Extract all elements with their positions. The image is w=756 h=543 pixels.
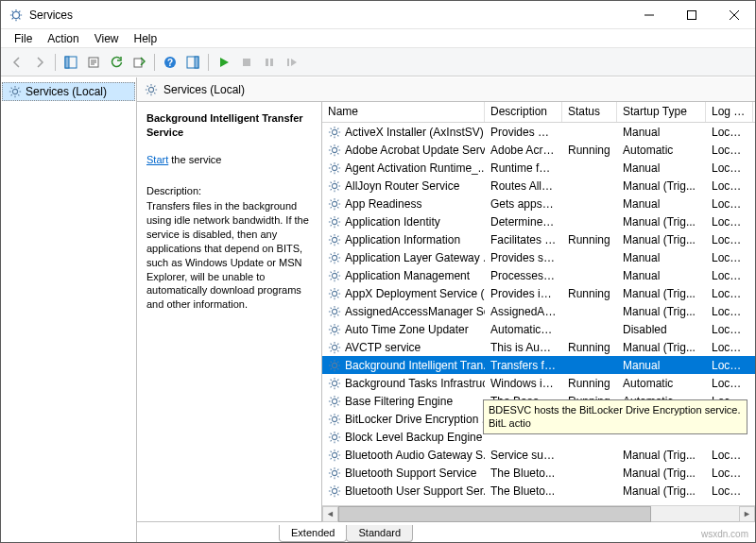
table-row[interactable]: AllJoyn Router ServiceRoutes AllJo...Man…	[322, 177, 755, 195]
gear-icon	[328, 233, 341, 246]
service-status: Running	[562, 376, 617, 391]
titlebar: Services	[1, 1, 755, 29]
svg-point-16	[332, 129, 336, 134]
menu-view[interactable]: View	[87, 30, 127, 47]
service-status	[562, 311, 617, 313]
show-hide-tree-button[interactable]	[60, 52, 81, 73]
col-start[interactable]: Startup Type	[617, 102, 706, 122]
scroll-thumb[interactable]	[338, 506, 651, 522]
gear-icon	[328, 305, 341, 318]
menu-help[interactable]: Help	[127, 30, 165, 47]
service-status	[562, 436, 617, 438]
stop-service-button[interactable]	[236, 52, 257, 73]
pane-header: Services (Local)	[137, 77, 755, 102]
service-startup: Automatic	[617, 376, 706, 391]
tab-extended[interactable]: Extended	[279, 525, 347, 542]
services-app-icon	[9, 8, 24, 23]
start-service-link[interactable]: Start	[146, 154, 168, 165]
col-logon[interactable]: Log On	[706, 102, 753, 122]
tree-node-label: Services (Local)	[26, 85, 107, 98]
pause-service-button[interactable]	[259, 52, 280, 73]
window-title: Services	[29, 8, 627, 22]
table-row[interactable]: Application ManagementProcesses in...Man…	[322, 266, 755, 284]
svg-rect-1	[687, 10, 696, 19]
gear-icon	[328, 197, 341, 211]
table-row[interactable]: Application InformationFacilitates t...R…	[322, 230, 755, 248]
gear-icon	[328, 449, 341, 462]
table-row[interactable]: AVCTP serviceThis is Audi...RunningManua…	[322, 338, 755, 356]
properties-button[interactable]	[83, 52, 104, 73]
col-name[interactable]: Name	[322, 102, 485, 122]
gear-icon	[328, 251, 341, 264]
service-startup: Manual (Trig...	[617, 304, 706, 319]
service-name: Bluetooth Audio Gateway S...	[345, 449, 485, 462]
svg-rect-11	[266, 59, 268, 66]
table-row[interactable]: Bluetooth User Support Ser...The Blueto.…	[322, 482, 755, 500]
col-desc[interactable]: Description	[485, 102, 562, 122]
service-logon: Local Se	[706, 178, 753, 194]
table-row[interactable]: Application IdentityDetermines ...Manual…	[322, 212, 755, 230]
service-list[interactable]: ActiveX Installer (AxInstSV)Provides Us.…	[322, 123, 755, 505]
scroll-left-icon[interactable]: ◄	[322, 506, 338, 522]
table-row[interactable]: Background Intelligent Tran...Transfers …	[322, 356, 755, 374]
table-row[interactable]: Agent Activation Runtime_...Runtime for.…	[322, 159, 755, 177]
table-row[interactable]: AppX Deployment Service (...Provides inf…	[322, 284, 755, 302]
service-startup: Manual	[617, 250, 706, 265]
service-name: Application Management	[345, 269, 470, 282]
service-logon: Local Se	[706, 322, 753, 337]
show-hide-action-pane-button[interactable]	[182, 52, 203, 73]
service-desc: Provides su...	[485, 250, 562, 265]
gear-icon	[328, 341, 341, 354]
gear-icon	[328, 484, 341, 498]
menu-file[interactable]: File	[7, 30, 40, 47]
table-row[interactable]: Bluetooth Audio Gateway S...Service sup.…	[322, 446, 755, 464]
minimize-button[interactable]	[627, 1, 670, 28]
service-desc: Facilitates t...	[485, 232, 562, 247]
export-button[interactable]	[129, 52, 149, 73]
tab-standard[interactable]: Standard	[346, 525, 413, 542]
restart-service-button[interactable]	[282, 52, 302, 73]
horizontal-scrollbar[interactable]: ◄ ►	[322, 505, 755, 521]
service-name: Application Identity	[345, 215, 440, 229]
service-status	[562, 203, 617, 205]
service-startup: Manual	[617, 268, 706, 283]
service-name: Background Tasks Infrastruc...	[345, 377, 485, 390]
table-row[interactable]: Background Tasks Infrastruc...Windows in…	[322, 374, 755, 392]
svg-rect-9	[195, 57, 198, 68]
table-row[interactable]: AssignedAccessManager Se...AssignedAc...…	[322, 302, 755, 320]
svg-point-15	[148, 87, 153, 92]
service-name: BitLocker Drive Encryption ...	[345, 413, 485, 426]
table-row[interactable]: App ReadinessGets apps re...ManualLocal …	[322, 195, 755, 212]
service-name: AllJoyn Router Service	[345, 179, 459, 193]
service-logon: Local Sy	[706, 268, 753, 283]
service-status	[562, 167, 617, 169]
scroll-right-icon[interactable]: ►	[739, 506, 755, 522]
menu-action[interactable]: Action	[40, 30, 86, 47]
service-name: ActiveX Installer (AxInstSV)	[345, 126, 484, 139]
help-button[interactable]: ?	[160, 52, 180, 73]
table-row[interactable]: Bluetooth Support ServiceThe Blueto...Ma…	[322, 464, 755, 482]
gear-icon	[9, 85, 22, 98]
maximize-button[interactable]	[670, 1, 713, 28]
service-startup: Manual	[617, 196, 706, 212]
service-name: AVCTP service	[345, 341, 421, 354]
service-logon: Local Sy	[706, 232, 753, 247]
svg-point-19	[332, 183, 336, 188]
service-desc: Routes AllJo...	[485, 178, 562, 194]
col-status[interactable]: Status	[562, 102, 617, 122]
gear-icon	[328, 359, 341, 372]
service-startup	[617, 436, 706, 438]
service-logon: Local Se	[706, 340, 753, 355]
back-button[interactable]	[7, 52, 27, 73]
table-row[interactable]: Application Layer Gateway ...Provides su…	[322, 248, 755, 266]
tree-node-services-local[interactable]: Services (Local)	[2, 82, 135, 101]
start-service-button[interactable]	[214, 52, 234, 73]
table-row[interactable]: Adobe Acrobat Update Serv...Adobe Acro..…	[322, 141, 755, 159]
service-desc	[485, 436, 562, 438]
close-button[interactable]	[713, 1, 755, 28]
table-row[interactable]: Auto Time Zone UpdaterAutomatica...Disab…	[322, 320, 755, 338]
refresh-button[interactable]	[106, 52, 127, 73]
forward-button[interactable]	[29, 52, 50, 73]
service-desc: The Blueto...	[485, 466, 562, 481]
table-row[interactable]: ActiveX Installer (AxInstSV)Provides Us.…	[322, 123, 755, 141]
